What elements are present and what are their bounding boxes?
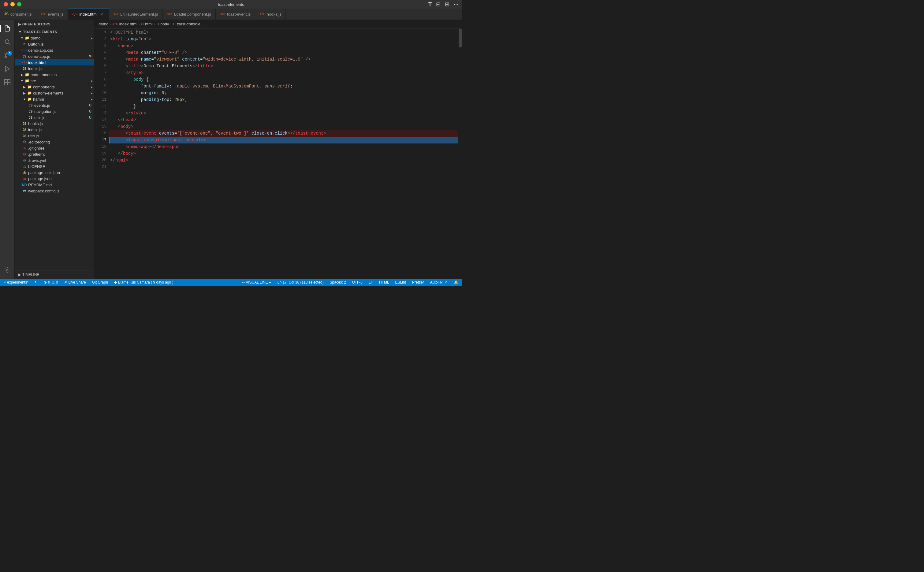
code-line-15: <body> <box>109 123 458 130</box>
tree-file-utils-js-src[interactable]: JS utils.js U <box>15 114 94 121</box>
status-autofix[interactable]: AutoFix: ✓ <box>429 279 449 286</box>
git-icon[interactable]: S <box>1 49 14 62</box>
breadcrumb-toast-console[interactable]: toast-console <box>177 22 201 26</box>
tree-file-license[interactable]: ⚖ LICENSE <box>15 163 94 169</box>
status-visual-line[interactable]: -- VISUAL LINE -- <box>241 279 272 286</box>
status-notifications[interactable]: 🔔 <box>453 279 460 286</box>
window-controls[interactable] <box>4 2 22 6</box>
tree-file-utils-js-root[interactable]: JS utils.js <box>15 133 94 139</box>
tab-litHaunted[interactable]: </> LitHauntedElement.js <box>109 9 163 20</box>
tab-index-html[interactable]: </> index.html × <box>68 9 109 20</box>
token: meta <box>128 56 138 63</box>
extensions-icon[interactable] <box>1 76 14 89</box>
tree-file-package-lock[interactable]: 🔒 package-lock.json <box>15 169 94 176</box>
token: > <box>141 63 143 70</box>
tree-file-index-js[interactable]: JS index.js <box>15 65 94 72</box>
folder-label-comp: components <box>33 85 91 89</box>
code-line-7: <style> <box>109 70 458 76</box>
tree-folder-node-modules[interactable]: ▶ 📁 node_modules <box>15 72 94 78</box>
tree-folder-hamm[interactable]: ▼ 📁 hamm ● <box>15 96 94 102</box>
js-file-icon8: JS <box>22 127 27 132</box>
token: > <box>149 36 151 42</box>
tab-hooks[interactable]: </> hooks.js <box>255 9 286 20</box>
tree-file-gitignore[interactable]: ⊘ .gitignore <box>15 145 94 151</box>
status-errors[interactable]: ⊗ 0 ⚠ 0 <box>42 279 59 286</box>
status-formatter[interactable]: Prettier <box>411 279 425 286</box>
status-line-ending[interactable]: LF <box>367 279 374 286</box>
breadcrumb-html[interactable]: html <box>145 22 152 26</box>
ce-badge: ● <box>91 92 93 95</box>
hamm-badge: ● <box>91 98 93 101</box>
token <box>110 130 126 137</box>
tree-file-index-js-root[interactable]: JS index.js <box>15 127 94 133</box>
maximize-button[interactable] <box>17 2 22 6</box>
token: ; <box>185 96 187 103</box>
tree-folder-custom-elements[interactable]: ▶ 📁 custom-elements ● <box>15 90 94 96</box>
token <box>110 103 134 110</box>
close-button[interactable] <box>4 2 8 6</box>
breadcrumb-body[interactable]: body <box>160 22 169 26</box>
tree-file-button-js[interactable]: JS Button.js <box>15 41 94 47</box>
code-content[interactable]: <!DOCTYPE html> <html lang="en"> <head> <box>109 28 458 279</box>
tree-file-demo-app-css[interactable]: CSS demo-app.css <box>15 47 94 53</box>
tree-folder-components[interactable]: ▶ 📁 components ● <box>15 84 94 90</box>
status-spaces[interactable]: Spaces: 2 <box>328 279 347 286</box>
breadcrumb-demo[interactable]: demo <box>98 22 109 26</box>
breadcrumb-index-html[interactable]: index.html <box>119 22 137 26</box>
status-encoding[interactable]: UTF-8 <box>351 279 364 286</box>
token: font-family <box>141 83 169 90</box>
token: : <box>169 83 174 90</box>
tree-file-events-js[interactable]: JS events.js U <box>15 102 94 108</box>
tree-file-demo-app-js[interactable]: JS demo-app.js M <box>15 53 94 59</box>
search-icon[interactable] <box>1 36 14 48</box>
debug-icon[interactable] <box>1 63 14 75</box>
tab-loader[interactable]: </> LoaderComponent.js <box>163 9 216 20</box>
status-blame[interactable]: ◆ Blame Kus Cámara ( 9 days ago ) <box>113 279 175 286</box>
status-sync[interactable]: ↻ <box>33 279 39 286</box>
status-live-share[interactable]: ↗ Live Share <box>63 279 87 286</box>
tab-events[interactable]: </> events.js <box>36 9 68 20</box>
html-icon: </> <box>220 12 225 16</box>
code-line-19: </body> <box>109 150 458 157</box>
tree-file-webpack[interactable]: W webpack.config.js <box>15 188 94 194</box>
token <box>110 56 126 63</box>
tree-file-navigation-js[interactable]: JS navigation.js U <box>15 108 94 114</box>
token: < <box>118 42 120 49</box>
file-label: Button.js <box>28 42 94 47</box>
tab-toast-event[interactable]: </> toast-event.js <box>216 9 255 20</box>
scrollbar-thumb[interactable] <box>459 29 462 47</box>
status-language[interactable]: HTML <box>378 279 390 286</box>
status-branch[interactable]: ⑂ experiments* <box>2 279 30 286</box>
status-linter[interactable]: ESLint <box>394 279 407 286</box>
tree-file-editorconfig[interactable]: ⚙ .editorconfig <box>15 139 94 145</box>
token: toast-event <box>295 130 324 137</box>
tree-file-index-html[interactable]: </> index.html <box>15 59 94 65</box>
tab-close-button[interactable]: × <box>100 12 104 17</box>
status-git-graph[interactable]: Git Graph <box>91 279 109 286</box>
tab-consumer[interactable]: JS consumer.js <box>0 9 36 20</box>
tree-folder-src[interactable]: ▼ 📁 src ● <box>15 78 94 84</box>
git-icon2: ⊘ <box>22 146 27 151</box>
code-line-3: <head> <box>109 42 458 49</box>
editor-scrollbar[interactable] <box>458 28 462 279</box>
tree-file-readme[interactable]: MD README.md <box>15 182 94 188</box>
token: meta <box>128 49 138 56</box>
timeline-panel[interactable]: ▶ TIMELINE <box>15 270 94 279</box>
minimize-button[interactable] <box>10 2 15 6</box>
tree-file-hooks-js[interactable]: JS hooks.js <box>15 121 94 127</box>
tree-file-package-json[interactable]: ⊞ package.json <box>15 176 94 182</box>
js-file-icon3: JS <box>22 66 27 71</box>
settings-icon[interactable] <box>1 264 14 276</box>
html-icon: </> <box>40 12 45 16</box>
tree-file-prettierrc[interactable]: ⚙ .prettierrc <box>15 151 94 157</box>
code-editor[interactable]: 1 2 3 4 5 6 7 8 9 10 11 12 13 14 <box>94 28 458 279</box>
more-icon: ··· <box>454 1 458 8</box>
tree-file-travis[interactable]: ⚙ .travis.yml <box>15 157 94 163</box>
token: -apple-system, BlinkMacSystemFont, <box>174 83 262 90</box>
token: ; <box>290 83 292 90</box>
tree-folder-demo[interactable]: ▼ 📁 demo ● <box>15 35 94 41</box>
status-cursor[interactable]: Ln 17, Col 36 (118 selected) <box>276 279 325 286</box>
files-icon[interactable] <box>1 22 14 34</box>
ln19: 19 <box>94 150 106 157</box>
font-icon: T <box>428 1 432 8</box>
